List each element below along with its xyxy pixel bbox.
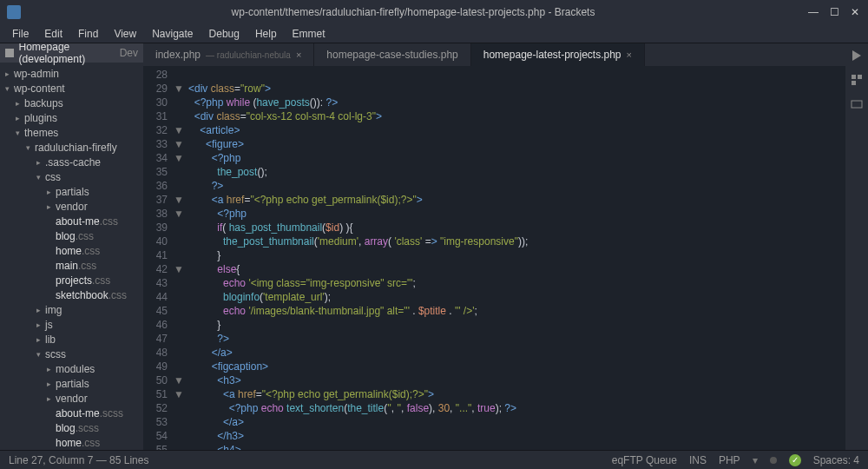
file-name: .sass-cache [45,156,101,168]
disclosure-icon[interactable]: ▸ [36,335,45,344]
project-suffix: Dev [120,47,138,59]
minimize-icon[interactable]: — [807,6,819,18]
plugin-icon[interactable] [850,97,864,111]
tree-file[interactable]: home.css [0,243,143,258]
menu-edit[interactable]: Edit [37,26,69,42]
disclosure-icon[interactable]: ▸ [47,394,56,403]
svg-rect-3 [852,101,862,108]
dropdown-icon[interactable]: ▾ [753,454,758,466]
svg-rect-0 [852,75,856,79]
code-lines[interactable]: <div class="row"> <?php while (have_post… [185,66,845,450]
menu-view[interactable]: View [107,26,143,42]
file-name: backups [24,97,63,109]
tree-folder[interactable]: ▾wp-content [0,81,143,96]
tree-folder[interactable]: ▸wp-admin [0,66,143,81]
file-name: modules [56,363,95,375]
tree-folder[interactable]: ▾scss [0,347,143,361]
folder-icon [5,49,14,57]
code-editor[interactable]: 2829303132333435363738394041424344454647… [143,66,845,450]
tree-file[interactable]: blog.css [0,228,143,243]
maximize-icon[interactable]: ☐ [828,6,840,18]
disclosure-icon[interactable]: ▸ [47,188,56,196]
file-name: home [56,437,82,449]
lint-ok-icon[interactable]: ✓ [789,454,801,466]
disclosure-icon[interactable]: ▸ [47,202,56,211]
project-name: Homepage (development) [19,43,115,65]
tree-folder[interactable]: ▸.sass-cache [0,155,143,169]
tab-bar: index.php — raduluchian-nebula ×homepage… [143,43,845,66]
disclosure-icon[interactable]: ▾ [36,350,45,359]
tab[interactable]: homepage-case-studies.php [314,43,470,66]
file-name: blog [56,422,76,434]
tree-folder[interactable]: ▸plugins [0,110,143,125]
live-preview-icon[interactable] [850,49,864,63]
menu-file[interactable]: File [5,26,36,42]
close-icon[interactable]: ✕ [849,6,861,18]
tree-folder[interactable]: ▸backups [0,96,143,110]
tree-folder[interactable]: ▾css [0,169,143,184]
disclosure-icon[interactable]: ▸ [36,306,45,314]
status-dot-icon [770,457,777,464]
tab-label: homepage-latest-projects.php [483,49,621,61]
eqftp-queue[interactable]: eqFTP Queue [612,454,677,466]
disclosure-icon[interactable]: ▾ [5,84,14,93]
file-ext: .scss [100,407,123,419]
file-name: raduluchian-firefly [35,142,117,154]
tab-close-icon[interactable]: × [296,50,301,60]
disclosure-icon[interactable]: ▾ [26,143,35,152]
menu-help[interactable]: Help [248,26,284,42]
language-mode[interactable]: PHP [719,454,740,466]
tab-close-icon[interactable]: × [627,50,632,60]
menu-emmet[interactable]: Emmet [286,26,332,42]
tree-folder[interactable]: ▸modules [0,361,143,376]
tree-folder[interactable]: ▾themes [0,125,143,140]
disclosure-icon[interactable]: ▸ [36,158,45,167]
tree-file[interactable]: about-me.css [0,214,143,228]
disclosure-icon[interactable]: ▸ [47,365,56,373]
menu-navigate[interactable]: Navigate [145,26,200,42]
disclosure-icon[interactable]: ▾ [16,129,24,137]
tree-file[interactable]: about-me.scss [0,406,143,420]
svg-rect-2 [852,81,856,85]
tree-file[interactable]: projects.css [0,273,143,287]
tree-folder[interactable]: ▾raduluchian-firefly [0,140,143,155]
insert-mode[interactable]: INS [689,454,707,466]
tree-file[interactable]: home.css [0,435,143,450]
file-name: wp-content [14,83,65,95]
file-name: main [56,260,78,272]
file-name: home [56,245,82,257]
fold-gutter[interactable]: ▼▼▼▼▼▼▼▼▼▼▼▼ [173,66,185,450]
file-name: js [45,319,53,331]
menu-find[interactable]: Find [71,26,105,42]
tree-folder[interactable]: ▸js [0,317,143,332]
tree-folder[interactable]: ▸img [0,302,143,317]
extensions-icon[interactable] [850,73,864,87]
tree-folder[interactable]: ▸vendor [0,199,143,214]
disclosure-icon[interactable]: ▸ [16,114,24,122]
file-ext: .css [82,437,100,449]
file-ext: .css [82,245,100,257]
project-selector[interactable]: Homepage (development) Dev [0,43,143,63]
disclosure-icon[interactable]: ▸ [47,380,56,388]
tab[interactable]: index.php — raduluchian-nebula × [143,43,314,66]
disclosure-icon[interactable]: ▸ [16,99,24,108]
indent-setting[interactable]: Spaces: 4 [813,454,859,466]
tree-folder[interactable]: ▸partials [0,184,143,199]
tree-file[interactable]: sketchbook.css [0,287,143,302]
tree-folder[interactable]: ▸vendor [0,391,143,406]
file-name: partials [56,378,89,390]
disclosure-icon[interactable]: ▾ [36,173,45,182]
tab[interactable]: homepage-latest-projects.php × [471,43,645,66]
file-name: themes [24,127,58,139]
tree-folder[interactable]: ▸partials [0,376,143,391]
file-ext: .css [100,215,118,228]
cursor-position[interactable]: Line 27, Column 7 — 85 Lines [9,454,148,466]
menu-bar: FileEditFindViewNavigateDebugHelpEmmet [0,24,868,43]
menu-debug[interactable]: Debug [202,26,247,42]
file-name: img [45,304,62,316]
tree-file[interactable]: blog.scss [0,420,143,435]
disclosure-icon[interactable]: ▸ [5,69,14,78]
tree-folder[interactable]: ▸lib [0,332,143,347]
tree-file[interactable]: main.css [0,258,143,273]
disclosure-icon[interactable]: ▸ [36,320,45,329]
